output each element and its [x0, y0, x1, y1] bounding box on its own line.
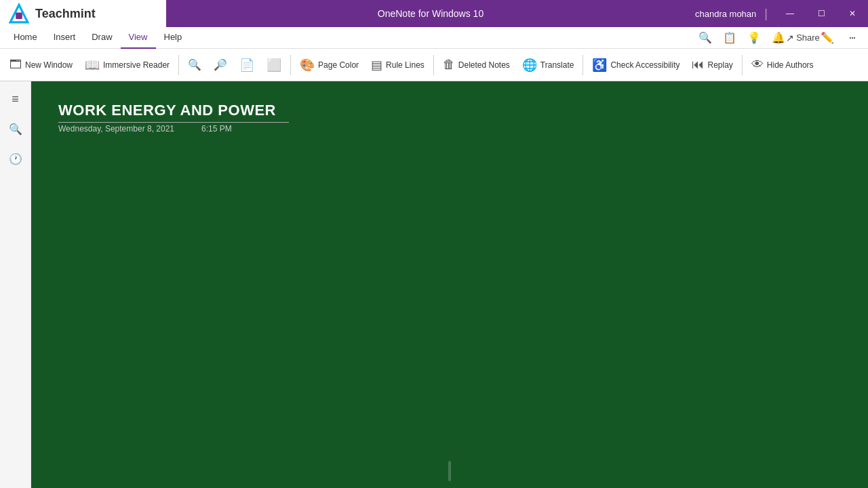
page-width-icon: 📄: [239, 58, 254, 73]
share-header-btn[interactable]: ↗ Share: [792, 28, 814, 47]
new-window-icon: 🗔: [9, 58, 22, 72]
logo-text: Teachmint: [35, 7, 96, 21]
ribbon-sep-4: [583, 55, 583, 75]
page-color-label: Page Color: [318, 60, 359, 70]
check-accessibility-button[interactable]: ♿ Check Accessibility: [587, 52, 685, 79]
translate-icon: 🌐: [522, 58, 537, 73]
immersive-reader-icon: 📖: [85, 58, 100, 73]
username: chandra mohan: [695, 9, 756, 19]
immersive-reader-button[interactable]: 📖 Immersive Reader: [79, 52, 175, 79]
full-screen-button[interactable]: ⬜: [261, 52, 287, 79]
window-controls: — ☐ ✕: [774, 0, 868, 27]
zoom-in-button[interactable]: 🔎: [208, 52, 233, 79]
ribbon-sep-1: [178, 55, 179, 75]
page-title-underline: [58, 122, 289, 123]
check-accessibility-icon: ♿: [592, 58, 607, 73]
ribbon: 🗔 New Window 📖 Immersive Reader 🔍 🔎 📄 ⬜ …: [0, 49, 868, 81]
maximize-button[interactable]: ☐: [806, 0, 837, 27]
replay-button[interactable]: ⏮ Replay: [686, 52, 738, 79]
page-meta: Wednesday, September 8, 2021 6:15 PM: [58, 124, 841, 134]
page-width-button[interactable]: 📄: [234, 52, 260, 79]
menu-right-icons: 🔍 📋 💡 🔔 ↗ Share ✏️ ···: [694, 28, 863, 47]
menu-home[interactable]: Home: [5, 27, 45, 49]
deleted-notes-button[interactable]: 🗑 Deleted Notes: [437, 52, 515, 79]
sidebar-history-icon[interactable]: 🕐: [3, 146, 28, 171]
lightbulb-header-icon[interactable]: 💡: [743, 28, 765, 47]
menu-bar: Home Insert Draw View Help 🔍 📋 💡 🔔 ↗ Sha…: [0, 27, 868, 49]
menu-help[interactable]: Help: [156, 27, 191, 49]
ribbon-sep-2: [290, 55, 291, 75]
zoom-out-button[interactable]: 🔍: [182, 52, 207, 79]
zoom-in-icon: 🔎: [214, 58, 227, 71]
teachmint-logo-icon: [8, 3, 30, 24]
page-time: 6:15 PM: [201, 124, 232, 134]
replay-label: Replay: [707, 60, 732, 70]
close-button[interactable]: ✕: [837, 0, 868, 27]
menu-insert[interactable]: Insert: [45, 27, 84, 49]
scroll-indicator: [448, 461, 451, 481]
full-screen-icon: ⬜: [267, 58, 281, 73]
deleted-notes-label: Deleted Notes: [458, 60, 510, 70]
new-window-button[interactable]: 🗔 New Window: [4, 52, 78, 79]
ribbon-sep-5: [742, 55, 743, 75]
hide-authors-label: Hide Authors: [767, 60, 814, 70]
rule-lines-icon: ▤: [371, 58, 382, 73]
page-color-icon: 🎨: [300, 58, 315, 73]
hide-authors-button[interactable]: 👁 Hide Authors: [746, 52, 819, 79]
app-title: OneNote for Windows 10: [166, 8, 695, 19]
user-area: chandra mohan |: [695, 7, 774, 21]
minimize-button[interactable]: —: [774, 0, 806, 27]
rule-lines-button[interactable]: ▤ Rule Lines: [366, 52, 430, 79]
rule-lines-label: Rule Lines: [386, 60, 425, 70]
clipboard-header-icon[interactable]: 📋: [719, 28, 741, 47]
translate-button[interactable]: 🌐 Translate: [517, 52, 580, 79]
main-content[interactable]: WORK ENERGY AND POWER Wednesday, Septemb…: [31, 81, 868, 488]
hide-authors-icon: 👁: [751, 58, 764, 72]
svg-rect-2: [16, 12, 22, 19]
sidebar-search-icon[interactable]: 🔍: [3, 117, 28, 141]
menu-view[interactable]: View: [121, 27, 156, 49]
title-bar: Teachmint OneNote for Windows 10 chandra…: [0, 0, 868, 27]
more-header-icon[interactable]: ···: [841, 28, 863, 47]
page-content: WORK ENERGY AND POWER Wednesday, Septemb…: [31, 81, 868, 154]
page-date: Wednesday, September 8, 2021: [58, 124, 174, 134]
deleted-notes-icon: 🗑: [443, 58, 455, 72]
check-accessibility-label: Check Accessibility: [610, 60, 679, 70]
new-window-label: New Window: [25, 60, 73, 70]
translate-label: Translate: [540, 60, 574, 70]
ribbon-sep-3: [433, 55, 434, 75]
zoom-out-icon: 🔍: [188, 58, 201, 71]
sidebar-notebooks-icon[interactable]: ≡: [3, 87, 28, 111]
share-icon: ↗: [786, 33, 794, 43]
menu-draw[interactable]: Draw: [83, 27, 120, 49]
sidebar: ≡ 🔍 🕐: [0, 81, 31, 488]
replay-icon: ⏮: [692, 58, 704, 72]
pen-header-icon[interactable]: ✏️: [816, 28, 838, 47]
immersive-reader-label: Immersive Reader: [103, 60, 170, 70]
page-color-button[interactable]: 🎨 Page Color: [294, 52, 364, 79]
logo-area: Teachmint: [0, 0, 166, 27]
page-title: WORK ENERGY AND POWER: [58, 102, 841, 119]
search-header-icon[interactable]: 🔍: [694, 28, 716, 47]
